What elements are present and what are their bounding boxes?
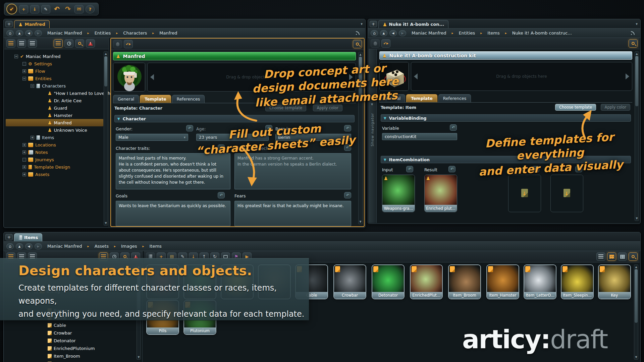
tab-list-caret-icon[interactable]: ▾ [361, 22, 363, 26]
apply-color-button[interactable]: Apply color [601, 104, 630, 111]
add-tab-button[interactable]: + [5, 234, 13, 240]
expander-icon[interactable]: + [22, 150, 26, 154]
tree-item-assets[interactable]: +Assets [6, 171, 103, 178]
tab-list-caret-icon[interactable]: ▾ [636, 22, 638, 26]
tree-scrollbar[interactable]: ▲ ▼ [104, 51, 108, 226]
expander-icon[interactable]: − [14, 55, 18, 58]
new-project-button[interactable]: + [19, 5, 28, 13]
fears-textarea[interactable]: His greatest fear is that he actually mi… [234, 201, 351, 226]
home-button[interactable]: ⌂ [6, 30, 14, 36]
undo-field-button[interactable]: ↶ [406, 166, 413, 172]
new-template-button[interactable]: ✎ [41, 5, 50, 13]
tree-item-character[interactable]: ♟Guard [6, 104, 103, 112]
crumb-project[interactable]: Maniac Manfred [408, 31, 450, 36]
tree-item-enrichedplutonium[interactable]: EnrichedPlutonium [6, 345, 135, 352]
traits-textarea[interactable]: Manfred lost parts of his memory. He is … [116, 153, 230, 189]
tree-item-character[interactable]: ♟Dr. Artie Cee [6, 97, 103, 104]
crumb-assets[interactable]: Assets [91, 244, 112, 249]
crumb-nuke[interactable]: Nuke it! A-bomb construc... [509, 31, 575, 36]
up-button[interactable]: ▲ [16, 30, 23, 36]
expander-icon[interactable]: + [22, 143, 26, 147]
tree-item-locations[interactable]: +Locations [6, 141, 103, 148]
style-button[interactable] [113, 40, 122, 48]
tree-item-character[interactable]: ♟"How I Learned to Love the Bon [6, 89, 103, 97]
undo-field-button[interactable]: ↶ [344, 192, 351, 198]
asset-search-button[interactable] [629, 252, 638, 261]
back-button[interactable]: ◀ [25, 243, 33, 249]
forward-button[interactable]: ▶ [35, 243, 42, 249]
forward-button[interactable]: ▶ [399, 30, 406, 36]
tab-references[interactable]: References [172, 95, 205, 103]
help-button[interactable]: ? [86, 5, 95, 13]
quick-search-button[interactable] [353, 40, 362, 48]
list-view-button[interactable] [596, 252, 605, 261]
home-button[interactable]: ⌂ [6, 243, 14, 249]
home-button[interactable]: ⌂ [371, 30, 378, 36]
tab-nuke-it[interactable]: ♟ Nuke it! A-bomb con... [378, 20, 448, 28]
attachment-drop-zone[interactable]: Drag & drop objects here [411, 62, 632, 91]
tree-item-entities[interactable]: −Entities [6, 75, 103, 82]
expander-icon[interactable]: + [31, 136, 34, 139]
goals-textarea[interactable]: Wants to leave the Sanitarium as quickly… [116, 201, 230, 226]
expander-icon[interactable]: + [22, 165, 26, 169]
crumb-items[interactable]: Items [484, 31, 503, 36]
small-grid-view-button[interactable] [618, 252, 627, 261]
expander-icon[interactable] [22, 62, 26, 66]
tab-template[interactable]: Template [140, 95, 171, 103]
input-slot[interactable]: ♟ Weapons-gra... [382, 175, 415, 212]
tree-item-items[interactable]: +Items [6, 134, 103, 141]
grid-scrollbar[interactable]: ▲ ▼ [634, 264, 638, 360]
feed-icon[interactable] [630, 31, 636, 36]
tree-item-journeys[interactable]: Journeys [6, 156, 103, 163]
undo-field-button[interactable]: ↶ [448, 166, 455, 172]
variable-input[interactable]: constructionKit [382, 133, 457, 140]
onfalse-slot[interactable] [550, 175, 583, 212]
tree-item-characters[interactable]: −Characters [6, 82, 103, 89]
back-button[interactable]: ◀ [25, 30, 33, 36]
add-tab-button[interactable]: + [370, 21, 377, 27]
expander-icon[interactable]: + [22, 69, 26, 73]
up-button[interactable]: ▲ [380, 30, 387, 36]
crumb-entities[interactable]: Entities [91, 31, 114, 36]
apply-template-button[interactable]: ✔▶ [124, 40, 133, 48]
style-button[interactable] [371, 39, 380, 48]
issues-button[interactable] [86, 39, 95, 48]
scroll-left-icon[interactable] [150, 74, 154, 80]
crumb-characters[interactable]: Characters [120, 31, 150, 36]
send-feedback-button[interactable]: ✉ [74, 5, 84, 13]
asset-thumb-item-sleepingpills[interactable]: Item_Sleepin... [561, 264, 594, 299]
up-button[interactable]: ▲ [16, 243, 23, 249]
collapse-all-button[interactable] [17, 39, 26, 48]
back-button[interactable]: ◀ [389, 30, 397, 36]
crumb-project[interactable]: Maniac Manfred [44, 31, 86, 36]
tab-references[interactable]: References [438, 94, 471, 102]
tree-item-project[interactable]: −✔Maniac Manfred [6, 53, 103, 60]
save-button[interactable]: ↓ [30, 5, 39, 13]
tree-item-item-hamster[interactable]: Item_Hamster [6, 360, 135, 362]
asset-thumb-enrichedplutonium[interactable]: EnrichedPlut... [410, 264, 443, 299]
ontrue-slot[interactable] [508, 175, 541, 212]
search-button[interactable] [75, 39, 84, 48]
expand-all-button[interactable] [28, 39, 37, 48]
forward-button[interactable]: ▶ [35, 30, 42, 36]
tree-item-settings[interactable]: ⚙Settings [6, 60, 103, 67]
crumb-manfred[interactable]: Manfred [156, 31, 180, 36]
tree-view-button[interactable] [6, 39, 15, 48]
outline-filter-button[interactable] [54, 39, 63, 48]
asset-thumb-key[interactable]: Key [598, 264, 631, 299]
undo-field-button[interactable]: ↶ [218, 192, 225, 198]
tree-item-item-broom[interactable]: Item_Broom [6, 352, 135, 360]
asset-thumb-item-hamster[interactable]: Item_Hamster [486, 264, 519, 299]
gender-select[interactable]: Male ▾ [116, 134, 188, 141]
history-button[interactable] [64, 39, 73, 48]
tree-item-cable[interactable]: Cable [6, 321, 135, 329]
asset-thumb-crowbar[interactable]: Crowbar [333, 264, 366, 299]
feed-icon[interactable] [355, 31, 361, 36]
tab-manfred[interactable]: ♟ Manfred [14, 20, 50, 28]
crumb-project[interactable]: Maniac Manfred [44, 244, 86, 249]
apply-template-button[interactable]: ✔▶ [381, 39, 390, 48]
expander-icon[interactable] [22, 158, 26, 162]
expander-icon[interactable]: − [31, 84, 34, 88]
undo-button[interactable]: ↶ [52, 5, 61, 13]
result-slot[interactable]: ♟ Enriched plut... [424, 175, 457, 212]
